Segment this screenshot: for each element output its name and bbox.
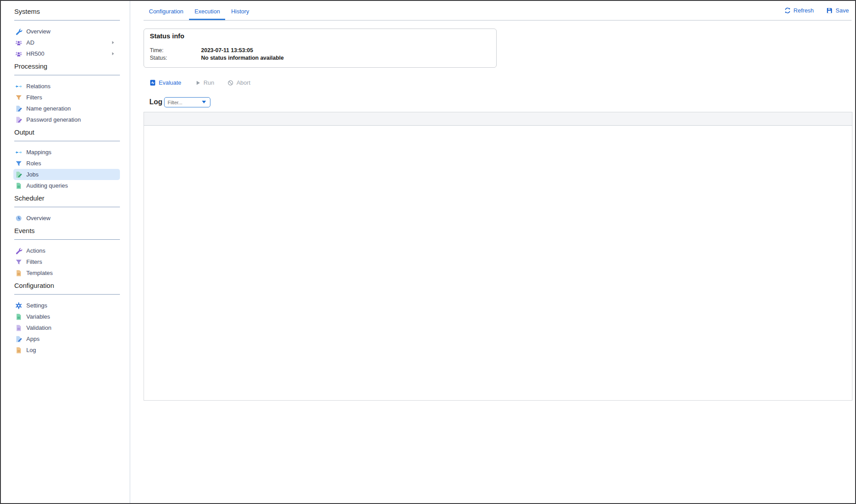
sidebar-item-label: Actions — [26, 247, 45, 254]
sidebar-item-templates[interactable]: Templates — [13, 267, 120, 279]
sidebar-section-processing: Processing Relations Filters Name genera… — [1, 62, 130, 125]
sidebar-section-title: Configuration — [14, 281, 130, 290]
sidebar-item-label: Relations — [26, 83, 50, 90]
log-table-header — [144, 112, 852, 126]
tab-execution[interactable]: Execution — [189, 6, 225, 20]
save-button[interactable]: Save — [826, 7, 849, 14]
sidebar-section-scheduler: Scheduler Overview — [1, 194, 130, 224]
sidebar-item-mappings[interactable]: Mappings — [13, 147, 120, 158]
sidebar-item-label: Overview — [26, 28, 50, 35]
evaluate-icon — [149, 79, 156, 86]
section-divider — [14, 294, 120, 295]
clock-icon — [15, 215, 22, 222]
sidebar-item-label: Filters — [26, 258, 42, 265]
sidebar-section-configuration: Configuration Settings Variables Validat… — [1, 281, 130, 356]
sidebar-item-overview[interactable]: Overview — [13, 26, 120, 37]
sidebar-item-log[interactable]: Log — [13, 344, 120, 356]
execution-toolbar: Evaluate Run Abort — [149, 79, 251, 86]
sidebar-item-label: Overview — [26, 215, 50, 221]
sidebar-item-label: Templates — [26, 270, 53, 276]
sidebar-item-validation[interactable]: Validation — [13, 322, 120, 333]
evaluate-button[interactable]: Evaluate — [149, 79, 181, 86]
sidebar-item-label: Auditing queries — [26, 182, 68, 189]
tab-bar-divider — [144, 20, 852, 20]
refresh-icon — [784, 7, 791, 14]
funnel-icon — [15, 258, 22, 266]
section-divider — [14, 75, 120, 75]
status-time-row: Time: 2023-07-11 13:53:05 — [150, 47, 164, 53]
sidebar-item-name-generation[interactable]: Name generation — [13, 103, 120, 114]
refresh-button[interactable]: Refresh — [784, 7, 814, 14]
sidebar-section-title: Processing — [14, 62, 130, 71]
relations-icon — [15, 149, 22, 156]
sidebar-item-relations[interactable]: Relations — [13, 81, 120, 92]
sidebar-list: Relations Filters Name generation Passwo… — [13, 81, 130, 125]
sidebar-item-settings[interactable]: Settings — [13, 300, 120, 311]
sidebar-item-password-generation[interactable]: Password generation — [13, 114, 120, 125]
refresh-label: Refresh — [794, 7, 814, 14]
doc-icon — [15, 347, 22, 354]
chevron-right-icon[interactable] — [111, 51, 115, 56]
sidebar-item-ad[interactable]: AD — [13, 37, 120, 48]
section-divider — [14, 239, 120, 240]
doc-icon — [15, 313, 22, 320]
sidebar-item-label: Filters — [26, 94, 42, 101]
sidebar-item-label: Roles — [26, 160, 41, 167]
sidebar-item-actions[interactable]: Actions — [13, 245, 120, 256]
sidebar-item-overview-scheduler[interactable]: Overview — [13, 213, 120, 224]
filter-dropdown-icon — [201, 99, 207, 105]
doc-pencil-icon — [15, 105, 22, 112]
log-filter-placeholder: Filter... — [168, 100, 198, 105]
funnel-icon — [15, 160, 22, 167]
sidebar-item-filters-processing[interactable]: Filters — [13, 92, 120, 103]
sidebar-item-filters-events[interactable]: Filters — [13, 256, 120, 267]
doc-icon — [15, 182, 22, 189]
tab-configuration[interactable]: Configuration — [144, 6, 189, 20]
sidebar-item-label: Mappings — [26, 149, 51, 156]
sidebar-section-title: Output — [14, 128, 130, 137]
sidebar-list: Overview — [13, 213, 130, 224]
status-time-value: 2023-07-11 13:53:05 — [201, 47, 253, 53]
sidebar-list: Mappings Roles Jobs Auditing queries — [13, 147, 130, 191]
abort-button[interactable]: Abort — [227, 79, 250, 86]
sidebar-item-roles[interactable]: Roles — [13, 158, 120, 169]
run-button[interactable]: Run — [195, 79, 214, 86]
sidebar-item-label: Password generation — [26, 116, 81, 123]
tab-bar: Configuration Execution History — [144, 6, 255, 20]
log-filter-select[interactable]: Filter... — [164, 97, 210, 107]
sidebar-section-events: Events Actions Filters Templates — [1, 226, 130, 279]
log-panel — [144, 112, 852, 401]
sidebar-item-hr500[interactable]: HR500 — [13, 48, 120, 59]
doc-icon — [15, 270, 22, 277]
sidebar-item-label: Name generation — [26, 105, 71, 112]
sidebar-list: Settings Variables Validation Apps Log — [13, 300, 130, 356]
users-icon — [15, 39, 22, 46]
top-actions: Refresh Save — [784, 7, 849, 14]
run-label: Run — [204, 79, 214, 86]
status-status-value: No status information available — [201, 55, 284, 61]
status-status-row: Status: No status information available — [150, 55, 167, 61]
sidebar-item-label: Settings — [26, 302, 47, 309]
tab-history[interactable]: History — [226, 6, 254, 20]
sidebar-section-systems: Systems Overview AD HR500 — [1, 7, 130, 59]
doc-icon — [15, 324, 22, 332]
doc-pencil-icon — [15, 116, 22, 123]
sidebar-list: Actions Filters Templates — [13, 245, 130, 279]
sidebar-item-label: AD — [26, 39, 34, 46]
chevron-right-icon[interactable] — [111, 40, 115, 45]
users-icon — [15, 50, 22, 57]
status-time-label: Time: — [150, 47, 164, 53]
log-title: Log — [149, 98, 162, 106]
sidebar-item-label: Validation — [26, 324, 51, 331]
status-info-title: Status info — [150, 32, 185, 40]
sidebar-item-auditing-queries[interactable]: Auditing queries — [13, 180, 120, 191]
sidebar-item-jobs[interactable]: Jobs — [13, 169, 120, 180]
sidebar-item-variables[interactable]: Variables — [13, 311, 120, 322]
doc-pencil-icon — [15, 336, 22, 343]
sidebar-section-title: Events — [14, 226, 130, 235]
abort-icon — [227, 80, 234, 86]
funnel-icon — [15, 94, 22, 101]
sidebar-section-title: Systems — [14, 7, 130, 16]
sidebar-item-apps[interactable]: Apps — [13, 333, 120, 344]
wrench-icon — [15, 28, 22, 35]
